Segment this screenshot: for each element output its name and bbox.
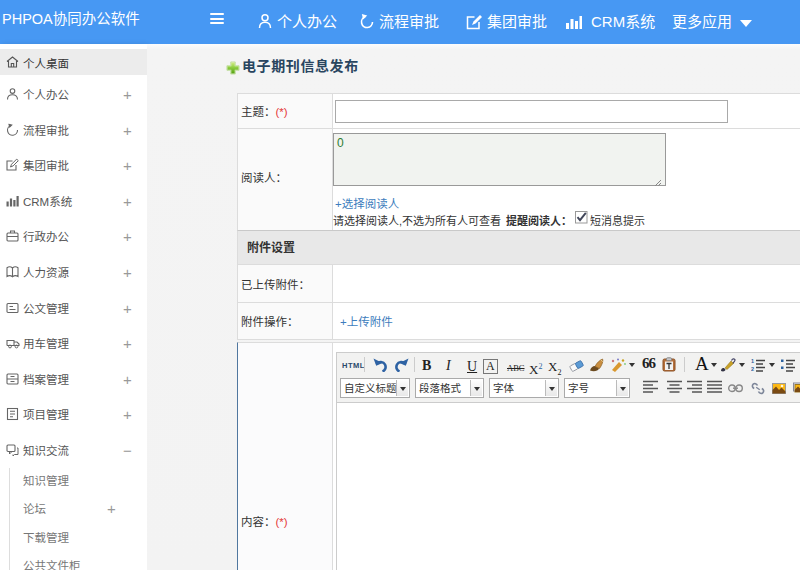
svg-text:1: 1 xyxy=(751,358,754,364)
svg-text:2: 2 xyxy=(751,366,754,372)
